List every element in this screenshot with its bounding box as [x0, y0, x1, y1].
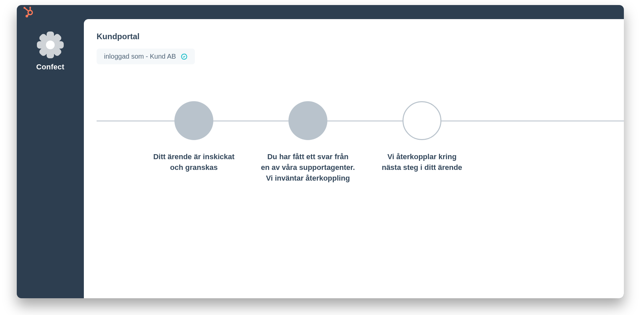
- app-frame: Confect Kundportal inloggad som - Kund A…: [17, 5, 624, 298]
- step-circle-done-icon: [174, 101, 213, 140]
- topbar: [17, 5, 624, 19]
- step-circle-pending-icon: [402, 101, 441, 140]
- main-content: Kundportal inloggad som - Kund AB Ditt ä…: [84, 19, 624, 298]
- step-label: Du har fått ett svar från en av våra sup…: [259, 151, 357, 184]
- step-label: Ditt ärende är inskickat och granskas: [151, 151, 236, 173]
- page-title: Kundportal: [97, 32, 624, 41]
- brand-logo-icon: [37, 32, 63, 58]
- svg-line-1: [25, 8, 29, 11]
- progress-step: Ditt ärende är inskickat och granskas: [137, 101, 251, 184]
- progress-step: Du har fått ett svar från en av våra sup…: [251, 101, 365, 184]
- sidebar: Confect: [17, 19, 84, 298]
- body-row: Confect Kundportal inloggad som - Kund A…: [17, 19, 624, 298]
- svg-point-4: [29, 7, 31, 8]
- progress-tracker: Ditt ärende är inskickat och granskas Du…: [97, 101, 624, 208]
- step-circle-done-icon: [288, 101, 327, 140]
- brand-name: Confect: [36, 63, 64, 71]
- svg-point-2: [23, 7, 25, 9]
- logged-in-text: inloggad som - Kund AB: [104, 53, 176, 60]
- logged-in-chip[interactable]: inloggad som - Kund AB: [97, 49, 195, 64]
- hubspot-icon: [23, 6, 34, 18]
- verified-icon: [181, 53, 187, 60]
- progress-step: Vi återkopplar kring nästa steg i ditt ä…: [365, 101, 479, 184]
- step-label: Vi återkopplar kring nästa steg i ditt ä…: [380, 151, 464, 173]
